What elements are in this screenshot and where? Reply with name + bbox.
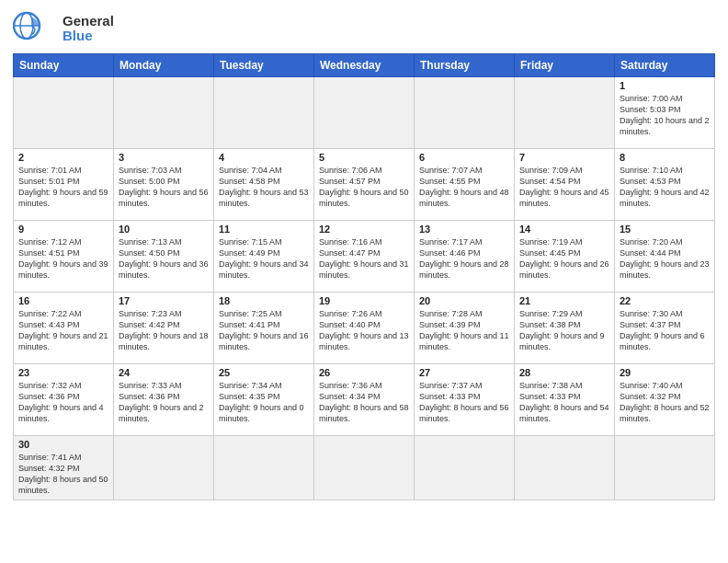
calendar-cell: 21Sunrise: 7:29 AM Sunset: 4:38 PM Dayli… — [515, 293, 615, 364]
day-number: 14 — [519, 224, 609, 235]
calendar-cell: 27Sunrise: 7:37 AM Sunset: 4:33 PM Dayli… — [415, 364, 515, 436]
day-info: Sunrise: 7:09 AM Sunset: 4:54 PM Dayligh… — [519, 165, 609, 210]
week-row-5: 23Sunrise: 7:32 AM Sunset: 4:36 PM Dayli… — [14, 364, 715, 436]
day-number: 13 — [419, 224, 509, 235]
day-info: Sunrise: 7:22 AM Sunset: 4:43 PM Dayligh… — [18, 308, 108, 353]
day-number: 25 — [219, 367, 309, 378]
day-number: 9 — [18, 224, 108, 235]
day-number: 20 — [419, 295, 509, 306]
calendar: SundayMondayTuesdayWednesdayThursdayFrid… — [13, 53, 715, 500]
logo-blue-text: Blue — [63, 29, 114, 44]
logo-text: General — [63, 14, 114, 29]
calendar-cell: 15Sunrise: 7:20 AM Sunset: 4:44 PM Dayli… — [615, 221, 715, 293]
day-number: 23 — [18, 367, 108, 378]
weekday-monday: Monday — [114, 54, 214, 77]
calendar-cell: 3Sunrise: 7:03 AM Sunset: 5:00 PM Daylig… — [114, 149, 214, 221]
week-row-4: 16Sunrise: 7:22 AM Sunset: 4:43 PM Dayli… — [14, 293, 715, 364]
calendar-cell — [615, 436, 715, 500]
calendar-cell: 10Sunrise: 7:13 AM Sunset: 4:50 PM Dayli… — [114, 221, 214, 293]
day-number: 12 — [319, 224, 409, 235]
day-info: Sunrise: 7:36 AM Sunset: 4:34 PM Dayligh… — [319, 380, 409, 425]
week-row-2: 2Sunrise: 7:01 AM Sunset: 5:01 PM Daylig… — [14, 149, 715, 221]
calendar-cell: 8Sunrise: 7:10 AM Sunset: 4:53 PM Daylig… — [615, 149, 715, 221]
weekday-thursday: Thursday — [415, 54, 515, 77]
calendar-cell: 6Sunrise: 7:07 AM Sunset: 4:55 PM Daylig… — [415, 149, 515, 221]
day-info: Sunrise: 7:13 AM Sunset: 4:50 PM Dayligh… — [119, 236, 209, 282]
day-number: 8 — [620, 152, 710, 163]
day-info: Sunrise: 7:26 AM Sunset: 4:40 PM Dayligh… — [319, 308, 409, 353]
week-row-6: 30Sunrise: 7:41 AM Sunset: 4:32 PM Dayli… — [14, 436, 715, 500]
day-info: Sunrise: 7:04 AM Sunset: 4:58 PM Dayligh… — [219, 165, 309, 210]
calendar-cell: 16Sunrise: 7:22 AM Sunset: 4:43 PM Dayli… — [14, 293, 114, 364]
calendar-cell: 20Sunrise: 7:28 AM Sunset: 4:39 PM Dayli… — [415, 293, 515, 364]
day-number: 10 — [119, 224, 209, 235]
calendar-cell: 1Sunrise: 7:00 AM Sunset: 5:03 PM Daylig… — [615, 77, 715, 149]
day-number: 26 — [319, 367, 409, 378]
calendar-cell — [515, 77, 615, 149]
day-info: Sunrise: 7:12 AM Sunset: 4:51 PM Dayligh… — [18, 236, 108, 282]
day-number: 28 — [519, 367, 609, 378]
page: General Blue SundayMondayTuesdayWednesda… — [0, 0, 728, 510]
day-info: Sunrise: 7:37 AM Sunset: 4:33 PM Dayligh… — [419, 380, 509, 425]
day-number: 3 — [119, 152, 209, 163]
calendar-cell — [214, 77, 314, 149]
day-number: 15 — [620, 224, 710, 235]
calendar-cell: 28Sunrise: 7:38 AM Sunset: 4:33 PM Dayli… — [515, 364, 615, 436]
calendar-cell — [515, 436, 615, 500]
weekday-sunday: Sunday — [14, 54, 114, 77]
day-number: 1 — [620, 80, 710, 91]
day-number: 2 — [18, 152, 108, 163]
day-number: 4 — [219, 152, 309, 163]
day-info: Sunrise: 7:10 AM Sunset: 4:53 PM Dayligh… — [620, 165, 710, 210]
calendar-cell — [314, 77, 415, 149]
calendar-cell: 30Sunrise: 7:41 AM Sunset: 4:32 PM Dayli… — [14, 436, 114, 500]
day-number: 30 — [18, 439, 108, 450]
calendar-cell: 12Sunrise: 7:16 AM Sunset: 4:47 PM Dayli… — [314, 221, 415, 293]
day-info: Sunrise: 7:41 AM Sunset: 4:32 PM Dayligh… — [18, 452, 108, 497]
calendar-cell: 7Sunrise: 7:09 AM Sunset: 4:54 PM Daylig… — [515, 149, 615, 221]
calendar-cell: 9Sunrise: 7:12 AM Sunset: 4:51 PM Daylig… — [14, 221, 114, 293]
day-info: Sunrise: 7:19 AM Sunset: 4:45 PM Dayligh… — [519, 236, 609, 282]
calendar-cell: 25Sunrise: 7:34 AM Sunset: 4:35 PM Dayli… — [214, 364, 314, 436]
calendar-cell — [14, 77, 114, 149]
day-info: Sunrise: 7:17 AM Sunset: 4:46 PM Dayligh… — [419, 236, 509, 282]
day-info: Sunrise: 7:28 AM Sunset: 4:39 PM Dayligh… — [419, 308, 509, 353]
day-info: Sunrise: 7:34 AM Sunset: 4:35 PM Dayligh… — [219, 380, 309, 425]
day-number: 22 — [620, 295, 710, 306]
calendar-cell — [415, 436, 515, 500]
logo: General Blue — [13, 9, 114, 48]
calendar-cell: 14Sunrise: 7:19 AM Sunset: 4:45 PM Dayli… — [515, 221, 615, 293]
calendar-cell: 2Sunrise: 7:01 AM Sunset: 5:01 PM Daylig… — [14, 149, 114, 221]
weekday-header-row: SundayMondayTuesdayWednesdayThursdayFrid… — [14, 54, 715, 77]
day-info: Sunrise: 7:00 AM Sunset: 5:03 PM Dayligh… — [620, 93, 710, 138]
calendar-cell: 13Sunrise: 7:17 AM Sunset: 4:46 PM Dayli… — [415, 221, 515, 293]
day-number: 5 — [319, 152, 409, 163]
day-info: Sunrise: 7:20 AM Sunset: 4:44 PM Dayligh… — [620, 236, 710, 282]
calendar-cell: 18Sunrise: 7:25 AM Sunset: 4:41 PM Dayli… — [214, 293, 314, 364]
day-info: Sunrise: 7:30 AM Sunset: 4:37 PM Dayligh… — [620, 308, 710, 353]
weekday-wednesday: Wednesday — [314, 54, 415, 77]
calendar-cell: 23Sunrise: 7:32 AM Sunset: 4:36 PM Dayli… — [14, 364, 114, 436]
day-info: Sunrise: 7:15 AM Sunset: 4:49 PM Dayligh… — [219, 236, 309, 282]
calendar-cell — [114, 436, 214, 500]
day-info: Sunrise: 7:03 AM Sunset: 5:00 PM Dayligh… — [119, 165, 209, 210]
day-info: Sunrise: 7:01 AM Sunset: 5:01 PM Dayligh… — [18, 165, 108, 210]
calendar-cell — [214, 436, 314, 500]
day-number: 11 — [219, 224, 309, 235]
weekday-friday: Friday — [515, 54, 615, 77]
day-info: Sunrise: 7:16 AM Sunset: 4:47 PM Dayligh… — [319, 236, 409, 282]
weekday-tuesday: Tuesday — [214, 54, 314, 77]
calendar-cell: 26Sunrise: 7:36 AM Sunset: 4:34 PM Dayli… — [314, 364, 415, 436]
calendar-cell: 29Sunrise: 7:40 AM Sunset: 4:32 PM Dayli… — [615, 364, 715, 436]
week-row-1: 1Sunrise: 7:00 AM Sunset: 5:03 PM Daylig… — [14, 77, 715, 149]
day-info: Sunrise: 7:06 AM Sunset: 4:57 PM Dayligh… — [319, 165, 409, 210]
day-number: 16 — [18, 295, 108, 306]
generalblue-logo-icon — [13, 9, 59, 48]
day-number: 17 — [119, 295, 209, 306]
weekday-saturday: Saturday — [615, 54, 715, 77]
calendar-cell — [114, 77, 214, 149]
calendar-cell: 11Sunrise: 7:15 AM Sunset: 4:49 PM Dayli… — [214, 221, 314, 293]
day-info: Sunrise: 7:40 AM Sunset: 4:32 PM Dayligh… — [620, 380, 710, 425]
day-number: 7 — [519, 152, 609, 163]
calendar-cell: 4Sunrise: 7:04 AM Sunset: 4:58 PM Daylig… — [214, 149, 314, 221]
